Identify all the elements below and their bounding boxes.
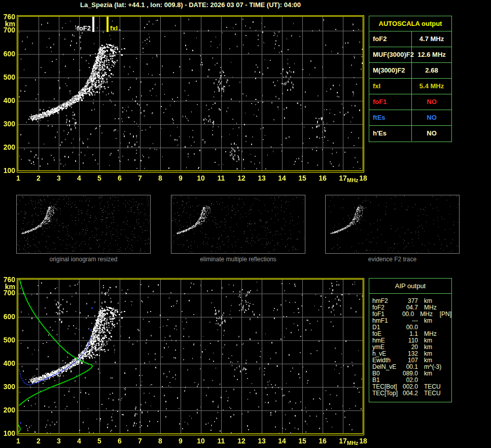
page-title: La_Spezia (lat: +44.1 , lon: 009.8) - DA… (17, 1, 364, 9)
table-row: M(3000)F22.68 (369, 63, 451, 79)
autoscala-output-table: AUTOSCALA output foF24.7 MHzMUF(3000)F21… (369, 16, 452, 142)
aip-table-rows: hmF2377kmfoF204.7MHzfoF100.0MHz[PN]hmF1-… (369, 294, 451, 397)
table-row: foF24.7 MHz (369, 31, 451, 47)
autoscala-table-rows: foF24.7 MHzMUF(3000)F212.6 MHzM(3000)F22… (369, 31, 451, 141)
param-label: M(3000)F2 (369, 63, 412, 78)
autoscala-screen: La_Spezia (lat: +44.1 , lon: 009.8) - DA… (0, 0, 491, 448)
param-value: NO (412, 94, 451, 110)
profile-ionogram-canvas (0, 275, 370, 445)
param-value: NO (412, 110, 451, 125)
param-label: foF1 (369, 94, 412, 110)
table-row: h'EsNO (369, 126, 451, 141)
param-unit: km (424, 318, 445, 324)
param-label: ftEs (369, 110, 412, 125)
param-label: MUF(3000)F2 (369, 47, 412, 62)
thumbnail-caption: evidence F2 trace (325, 256, 460, 263)
main-ionogram-canvas (0, 13, 370, 183)
param-unit: km (424, 370, 445, 377)
autoscala-table-title: AUTOSCALA output (369, 16, 451, 31)
thumbnail-caption: original ionogram resized (16, 256, 151, 263)
table-row: ftEsNO (369, 110, 451, 126)
param-label: h'Es (369, 126, 412, 141)
table-row: MUF(3000)F212.6 MHz (369, 47, 451, 63)
thumbnail-original-ionogram (16, 195, 151, 254)
table-row: TEC[Top]004.2TECU (372, 390, 451, 397)
table-row: fxI5.4 MHz (369, 79, 451, 94)
param-value: 4.7 MHz (412, 31, 451, 47)
param-label: fxI (369, 79, 412, 94)
thumbnail-caption: eliminate multiple reflections (171, 256, 305, 263)
thumbnail-evidence-f2-trace (325, 195, 460, 254)
param-flag: [PN] (440, 311, 451, 318)
param-label: TEC[Top] (372, 390, 401, 397)
param-label: foF2 (369, 31, 412, 47)
param-value: NO (412, 126, 451, 141)
param-value: 5.4 MHz (412, 79, 451, 94)
aip-table-title: AIP output (369, 279, 451, 294)
table-row: foF1NO (369, 94, 451, 110)
thumbnail-eliminate-reflections (171, 195, 305, 254)
param-value: 004.2 (401, 390, 418, 397)
aip-output-table: AIP output hmF2377kmfoF204.7MHzfoF100.0M… (369, 278, 452, 402)
param-value: 2.68 (412, 63, 451, 78)
param-unit: TECU (424, 390, 445, 397)
param-value: 12.6 MHz (412, 47, 451, 62)
